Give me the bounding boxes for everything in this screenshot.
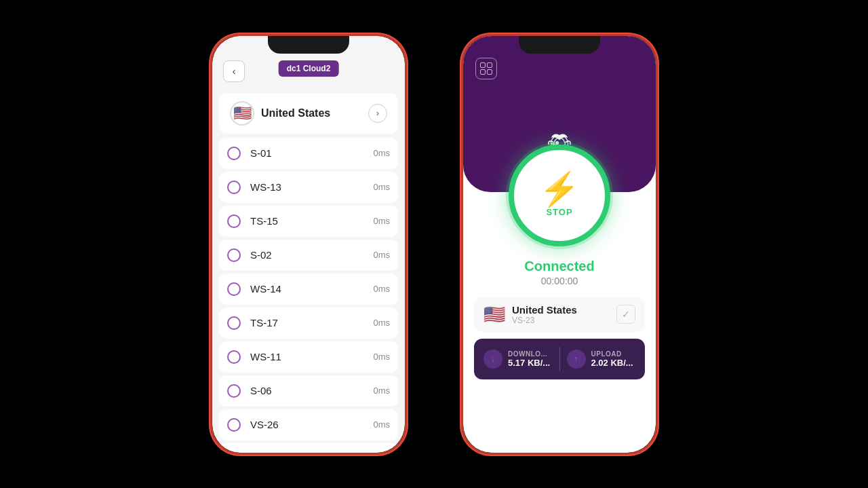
server-ping: 0ms (373, 352, 390, 362)
radio-button[interactable] (227, 282, 241, 296)
phone-server-list: ‹ dc1 Cloud2 🇺🇸 United States › S-01 0ms… (210, 34, 407, 455)
download-value: 5.17 KB/... (508, 358, 550, 368)
list-item[interactable]: VS-26 0ms (219, 409, 398, 440)
server-name: S-01 (250, 147, 373, 159)
radio-button[interactable] (227, 316, 241, 330)
grid-icon[interactable] (475, 58, 497, 79)
server-name: WS-11 (250, 351, 373, 362)
download-label: DOWNLO... (508, 350, 550, 358)
server-ping: 0ms (373, 182, 390, 192)
stats-divider (559, 347, 560, 371)
country-name: United States (261, 107, 368, 119)
phone-notch (519, 36, 600, 54)
upload-value: 2.02 KB/... (591, 358, 633, 368)
server-list: S-01 0ms WS-13 0ms TS-15 0ms S-02 0ms WS… (212, 138, 405, 453)
stop-button[interactable]: ⚡ STOP (509, 145, 610, 246)
server-ping: 0ms (373, 419, 390, 430)
list-item[interactable]: WS-13 0ms (219, 172, 398, 203)
stats-row: ↓ DOWNLO... 5.17 KB/... ↑ UPLOAD 2.02 KB… (474, 339, 645, 379)
download-icon: ↓ (484, 350, 502, 369)
server-id: VS-23 (512, 316, 616, 325)
server-ping: 0ms (373, 148, 390, 158)
list-item[interactable]: VS-24 0ms (219, 443, 398, 453)
download-info: DOWNLO... 5.17 KB/... (508, 350, 550, 368)
server-ping: 0ms (373, 284, 390, 294)
server-country: United States (512, 304, 616, 316)
server-name: WS-14 (250, 283, 373, 295)
phone2-screen: BIRDS ⚡ STOP Connected 00:00:00 🇺🇸 Unite… (463, 36, 656, 453)
grid-dots-icon (480, 62, 492, 75)
server-ping: 0ms (373, 250, 390, 260)
back-button[interactable]: ‹ (223, 60, 245, 82)
radio-button[interactable] (227, 214, 241, 228)
server-check-icon[interactable]: ✓ (616, 305, 635, 324)
server-name: S-06 (250, 385, 373, 396)
connection-timer: 00:00:00 (524, 276, 594, 286)
connection-status: Connected 00:00:00 (524, 259, 594, 286)
phone-connected: BIRDS ⚡ STOP Connected 00:00:00 🇺🇸 Unite… (461, 34, 658, 455)
server-name: S-02 (250, 249, 373, 261)
country-flag: 🇺🇸 (230, 101, 254, 126)
radio-button[interactable] (227, 452, 241, 453)
server-name: TS-17 (250, 317, 373, 329)
radio-button[interactable] (227, 147, 241, 160)
country-row[interactable]: 🇺🇸 United States › (219, 93, 398, 134)
upload-stat: ↑ UPLOAD 2.02 KB/... (567, 350, 636, 369)
list-item[interactable]: TS-17 0ms (219, 307, 398, 339)
list-item[interactable]: S-02 0ms (219, 240, 398, 271)
server-ping: 0ms (373, 318, 390, 328)
country-arrow-icon[interactable]: › (368, 104, 387, 123)
upload-info: UPLOAD 2.02 KB/... (591, 350, 633, 368)
upload-icon: ↑ (567, 350, 586, 369)
radio-button[interactable] (227, 384, 241, 398)
download-stat: ↓ DOWNLO... 5.17 KB/... (484, 350, 553, 369)
server-name: TS-15 (250, 215, 373, 227)
upload-label: UPLOAD (591, 350, 633, 358)
phone-notch (268, 36, 349, 54)
radio-button[interactable] (227, 248, 241, 262)
list-item[interactable]: TS-15 0ms (219, 206, 398, 237)
radio-button[interactable] (227, 418, 241, 432)
server-info-row[interactable]: 🇺🇸 United States VS-23 ✓ (474, 297, 645, 332)
radio-button[interactable] (227, 350, 241, 364)
server-ping: 0ms (373, 216, 390, 226)
server-name: VS-26 (250, 419, 373, 430)
radio-button[interactable] (227, 181, 241, 194)
list-item[interactable]: S-06 0ms (219, 375, 398, 407)
list-item[interactable]: S-01 0ms (219, 138, 398, 169)
server-info-text: United States VS-23 (512, 304, 616, 325)
bolt-icon: ⚡ (539, 173, 580, 206)
server-name: WS-13 (250, 181, 373, 193)
dc-badge: dc1 Cloud2 (279, 60, 339, 77)
server-flag: 🇺🇸 (484, 304, 505, 325)
svg-point-1 (556, 141, 558, 143)
stop-label: STOP (546, 207, 572, 217)
list-item[interactable]: WS-11 0ms (219, 341, 398, 373)
status-text: Connected (524, 259, 594, 274)
phone2-body: ⚡ STOP Connected 00:00:00 🇺🇸 United Stat… (463, 192, 656, 453)
server-ping: 0ms (373, 386, 390, 396)
power-button-wrap: ⚡ STOP (509, 145, 610, 246)
list-item[interactable]: WS-14 0ms (219, 274, 398, 305)
phone1-screen: ‹ dc1 Cloud2 🇺🇸 United States › S-01 0ms… (212, 36, 405, 453)
